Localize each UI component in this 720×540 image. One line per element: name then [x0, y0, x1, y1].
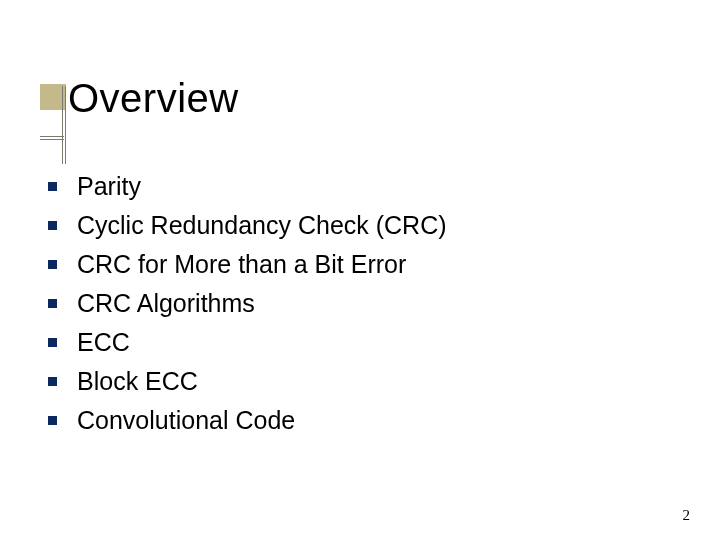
list-item: Block ECC [48, 367, 447, 396]
slide-title-block: Overview [40, 76, 239, 121]
list-item-text: Cyclic Redundancy Check (CRC) [77, 211, 447, 240]
list-item: Convolutional Code [48, 406, 447, 435]
list-item-text: CRC Algorithms [77, 289, 255, 318]
bullet-icon [48, 260, 57, 269]
bullet-list: Parity Cyclic Redundancy Check (CRC) CRC… [48, 172, 447, 445]
list-item: CRC Algorithms [48, 289, 447, 318]
list-item: CRC for More than a Bit Error [48, 250, 447, 279]
page-number: 2 [683, 507, 691, 524]
list-item: Parity [48, 172, 447, 201]
list-item-text: Convolutional Code [77, 406, 295, 435]
list-item: Cyclic Redundancy Check (CRC) [48, 211, 447, 240]
bullet-icon [48, 377, 57, 386]
list-item: ECC [48, 328, 447, 357]
bullet-icon [48, 338, 57, 347]
bullet-icon [48, 182, 57, 191]
list-item-text: Parity [77, 172, 141, 201]
list-item-text: ECC [77, 328, 130, 357]
title-underline [40, 136, 64, 140]
title-vertical-line [62, 86, 66, 164]
bullet-icon [48, 299, 57, 308]
list-item-text: Block ECC [77, 367, 198, 396]
list-item-text: CRC for More than a Bit Error [77, 250, 406, 279]
bullet-icon [48, 416, 57, 425]
bullet-icon [48, 221, 57, 230]
slide-title: Overview [68, 76, 239, 121]
